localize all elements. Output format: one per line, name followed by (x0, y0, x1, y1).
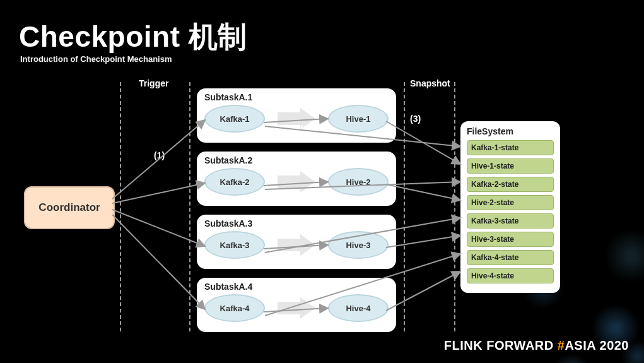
footer-brand: FLINK FORWARD #ASIA 2020 (444, 338, 629, 353)
state-item: Hive-4-state (467, 268, 554, 283)
separator-3 (404, 82, 405, 331)
svg-line-13 (386, 184, 460, 200)
svg-line-2 (112, 210, 205, 246)
subtask-a4: SubtaskA.4 Kafka-4 Hive-4 (197, 278, 396, 332)
subtask-a1: SubtaskA.1 Kafka-1 Hive-1 (197, 88, 396, 143)
state-item: Kafka-3-state (467, 213, 554, 229)
footer-asia: ASIA 2020 (565, 338, 629, 352)
subtask-a2-title: SubtaskA.2 (204, 155, 389, 165)
filesystem-title: FileSystem (467, 126, 554, 136)
kafka-3-node: Kafka-3 (204, 231, 265, 259)
flow-arrow-icon (278, 297, 315, 319)
footer-hash: # (558, 338, 565, 352)
subtask-a2: SubtaskA.2 Kafka-2 Hive-2 (197, 152, 396, 206)
step-label-2: (2) (300, 124, 311, 134)
slide-title: Checkpoint 机制 (19, 18, 247, 57)
diagram-stage: Trigger Snapshot Coordinator SubtaskA.1 … (0, 76, 644, 341)
hive-2-node: Hive-2 (328, 168, 389, 196)
separator-4 (454, 82, 455, 331)
kafka-1-node: Kafka-1 (204, 105, 265, 133)
coordinator-node: Coordinator (24, 186, 115, 229)
hive-3-node: Hive-3 (328, 231, 389, 259)
footer-forward: FORWARD (486, 338, 553, 352)
kafka-2-node: Kafka-2 (204, 168, 265, 196)
svg-line-15 (386, 271, 460, 311)
subtask-a3-title: SubtaskA.3 (204, 218, 389, 229)
hive-4-node: Hive-4 (328, 294, 389, 322)
filesystem-box: FileSystem Kafka-1-state Hive-1-state Ka… (460, 121, 560, 293)
subtask-a1-title: SubtaskA.1 (204, 92, 389, 102)
column-label-snapshot: Snapshot (410, 78, 450, 88)
svg-line-1 (112, 183, 205, 203)
kafka-4-node: Kafka-4 (204, 294, 265, 322)
hive-1-node: Hive-1 (328, 105, 389, 133)
subtask-a3: SubtaskA.3 Kafka-3 Hive-3 (197, 215, 396, 269)
flow-arrow-icon (278, 171, 315, 193)
footer-flink: FLINK (444, 338, 483, 352)
slide-subtitle: Introduction of Checkpoint Mechanism (20, 54, 172, 64)
column-label-trigger: Trigger (139, 78, 168, 88)
step-label-1: (1) (154, 150, 165, 160)
svg-line-14 (386, 235, 460, 247)
flow-arrow-icon (278, 234, 315, 256)
state-item: Kafka-4-state (467, 250, 554, 265)
state-item: Hive-2-state (467, 195, 554, 210)
svg-line-12 (386, 121, 460, 164)
separator-2 (189, 82, 190, 331)
svg-line-3 (112, 215, 205, 309)
state-item: Kafka-1-state (467, 140, 554, 155)
state-item: Kafka-2-state (467, 177, 554, 192)
state-item: Hive-3-state (467, 232, 554, 247)
step-label-3: (3) (410, 114, 421, 124)
subtask-a4-title: SubtaskA.4 (204, 282, 389, 292)
separator-1 (120, 82, 121, 331)
state-item: Hive-1-state (467, 158, 554, 174)
